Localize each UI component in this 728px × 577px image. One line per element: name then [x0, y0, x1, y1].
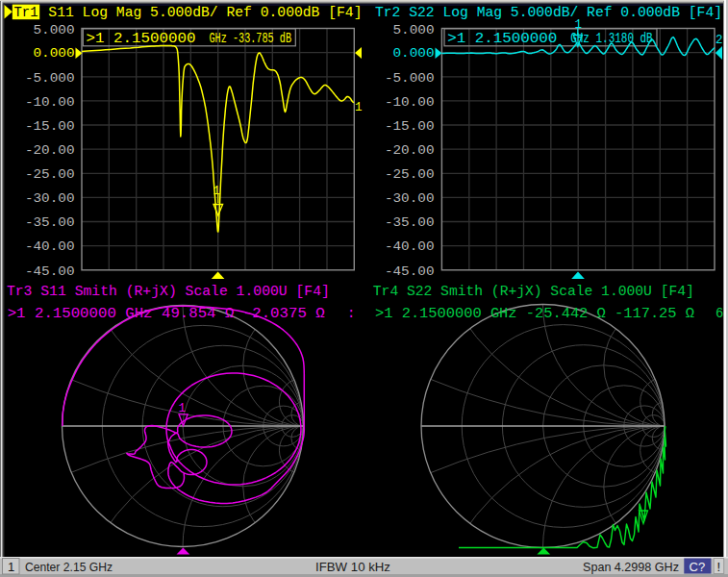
svg-text:>1 2.1500000 GHz 49.854 Ω -2: >1 2.1500000 GHz 49.854 Ω -2.0375 Ω: [8, 307, 325, 321]
svg-text:Center 2.15 GHz: Center 2.15 GHz: [25, 560, 113, 574]
svg-text::: :: [347, 307, 355, 321]
svg-text:Tr1: Tr1: [14, 5, 38, 20]
svg-text:GHz 1.3180 dB: GHz 1.3180 dB: [570, 32, 653, 46]
svg-text:>1 2.1500000 GHz -25.442 Ω -1: >1 2.1500000 GHz -25.442 Ω -117.25 Ω: [375, 307, 694, 321]
svg-text:-25.00: -25.00: [385, 167, 435, 182]
svg-text:-45.00: -45.00: [25, 264, 75, 279]
svg-text:-40.00: -40.00: [385, 239, 435, 254]
svg-text:-30.00: -30.00: [385, 191, 435, 206]
svg-text:>1 2.1500000: >1 2.1500000: [447, 32, 557, 46]
svg-text:-45.00: -45.00: [385, 264, 435, 279]
svg-text:5.000: 5.000: [34, 23, 75, 38]
svg-text:-10.00: -10.00: [25, 95, 75, 110]
svg-text:>1 2.1500000: >1 2.1500000: [87, 32, 196, 46]
svg-text:5.000: 5.000: [393, 23, 435, 38]
svg-text:-30.00: -30.00: [25, 191, 75, 206]
svg-text:-10.00: -10.00: [385, 95, 435, 110]
svg-text:-35.00: -35.00: [25, 215, 75, 230]
svg-text:-40.00: -40.00: [25, 239, 75, 254]
svg-text:Tr2 S22 Log Mag 5.000dB/ Ref 0: Tr2 S22 Log Mag 5.000dB/ Ref 0.000dB [F4…: [375, 5, 722, 20]
svg-text:1: 1: [355, 101, 363, 114]
svg-text:C?: C?: [690, 560, 706, 574]
svg-text:2: 2: [715, 34, 723, 47]
svg-text:Span 4.2998 GHz: Span 4.2998 GHz: [583, 560, 679, 574]
svg-text:-15.00: -15.00: [385, 119, 435, 134]
svg-text:GHz -33.785 dB: GHz -33.785 dB: [210, 32, 292, 46]
svg-text:!: !: [717, 560, 721, 574]
svg-text:S11 Log Mag 5.000dB/ Ref 0.000: S11 Log Mag 5.000dB/ Ref 0.000dB [F4]: [40, 5, 363, 20]
svg-text:1: 1: [179, 402, 187, 415]
svg-text:0.000: 0.000: [34, 46, 75, 61]
svg-text:-25.00: -25.00: [25, 167, 75, 182]
svg-text:-5.000: -5.000: [25, 71, 75, 86]
svg-text:-5.000: -5.000: [385, 71, 435, 86]
svg-text:Tr3 S11 Smith (R+jX) Scale 1.0: Tr3 S11 Smith (R+jX) Scale 1.000U [F4]: [7, 284, 330, 299]
svg-text:IFBW 10 kHz: IFBW 10 kHz: [315, 560, 390, 574]
svg-text:-15.00: -15.00: [25, 119, 75, 134]
svg-text:1: 1: [213, 185, 221, 198]
svg-text:1: 1: [8, 560, 14, 574]
svg-text:-20.00: -20.00: [385, 143, 435, 158]
svg-text:-20.00: -20.00: [25, 143, 75, 158]
svg-text:6: 6: [715, 307, 723, 321]
svg-text:0.000: 0.000: [393, 46, 435, 61]
svg-text:Tr4 S22 Smith (R+jX) Scale 1.0: Tr4 S22 Smith (R+jX) Scale 1.000U [F4]: [373, 284, 694, 299]
svg-text:-35.00: -35.00: [385, 215, 435, 230]
